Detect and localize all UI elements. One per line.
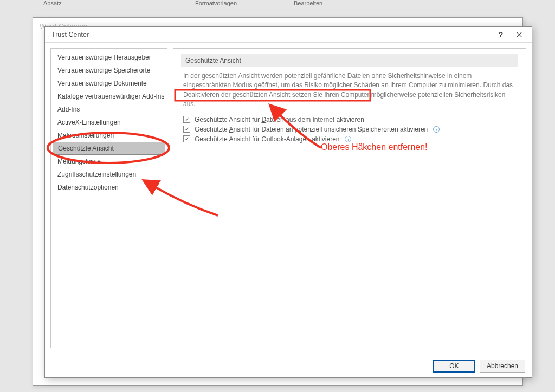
help-button[interactable]: ? bbox=[492, 27, 510, 42]
main-panel: Geschützte Ansicht In der geschützten An… bbox=[173, 48, 526, 348]
checkbox-internet-files[interactable] bbox=[183, 116, 190, 123]
sidebar-item-message-bar[interactable]: Meldungsleiste bbox=[51, 155, 167, 168]
trust-center-dialog: Trust Center ? Vertrauenswürdige Herausg… bbox=[44, 26, 532, 378]
ok-button[interactable]: OK bbox=[433, 360, 475, 373]
option-unsafe-locations-label: Geschützte Ansicht für Dateien an potenz… bbox=[195, 126, 428, 133]
titlebar: Trust Center ? bbox=[45, 27, 532, 43]
close-icon bbox=[517, 32, 522, 37]
checkbox-outlook-attachments[interactable] bbox=[183, 135, 190, 142]
section-header-protected-view: Geschützte Ansicht bbox=[181, 54, 518, 67]
sidebar-item-activex[interactable]: ActiveX-Einstellungen bbox=[51, 116, 167, 129]
sidebar-item-macro[interactable]: Makroeinstellungen bbox=[51, 129, 167, 142]
ribbon-group-formatvorlagen: Formatvorlagen bbox=[195, 0, 237, 6]
ribbon-group-bearbeiten: Bearbeiten bbox=[294, 0, 322, 6]
ribbon-group-labels: Absatz Formatvorlagen Bearbeiten bbox=[0, 0, 555, 8]
close-button[interactable] bbox=[510, 27, 528, 42]
option-internet-files[interactable]: Geschützte Ansicht für Dateien aus dem I… bbox=[181, 115, 518, 125]
sidebar-item-trusted-publishers[interactable]: Vertrauenswürdige Herausgeber bbox=[51, 51, 167, 64]
info-icon[interactable]: i bbox=[433, 126, 440, 133]
dialog-title: Trust Center bbox=[51, 31, 492, 38]
sidebar: Vertrauenswürdige Herausgeber Vertrauens… bbox=[50, 48, 167, 348]
option-internet-files-label: Geschützte Ansicht für Dateien aus dem I… bbox=[195, 116, 364, 123]
sidebar-item-protected-view[interactable]: Geschützte Ansicht bbox=[53, 142, 165, 155]
option-unsafe-locations[interactable]: Geschützte Ansicht für Dateien an potenz… bbox=[181, 125, 518, 134]
sidebar-item-addin-catalogs[interactable]: Kataloge vertrauenswürdiger Add-Ins bbox=[51, 90, 167, 103]
checkbox-unsafe-locations[interactable] bbox=[183, 126, 190, 133]
sidebar-item-trusted-documents[interactable]: Vertrauenswürdige Dokumente bbox=[51, 77, 167, 90]
sidebar-item-trusted-locations[interactable]: Vertrauenswürdige Speicherorte bbox=[51, 64, 167, 77]
sidebar-item-file-block[interactable]: Zugriffsschutzeinstellungen bbox=[51, 168, 167, 181]
sidebar-item-privacy[interactable]: Datenschutzoptionen bbox=[51, 181, 167, 194]
option-outlook-attachments[interactable]: Geschützte Ansicht für Outlook-Anlagen a… bbox=[181, 134, 518, 144]
cancel-button[interactable]: Abbrechen bbox=[480, 360, 525, 373]
dialog-footer: OK Abbrechen bbox=[45, 354, 532, 377]
ribbon-group-absatz: Absatz bbox=[43, 0, 62, 6]
info-icon[interactable]: i bbox=[345, 136, 351, 142]
section-description: In der geschützten Ansicht werden potenz… bbox=[183, 71, 516, 109]
option-outlook-attachments-label: Geschützte Ansicht für Outlook-Anlagen a… bbox=[195, 135, 339, 143]
sidebar-item-addins[interactable]: Add-Ins bbox=[51, 103, 167, 116]
